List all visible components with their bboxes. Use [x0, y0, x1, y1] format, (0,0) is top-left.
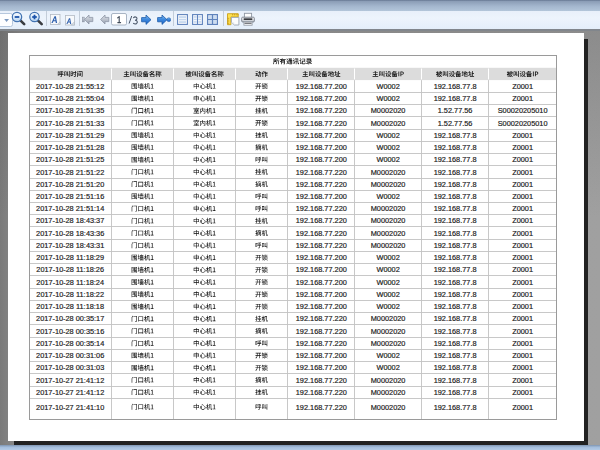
- svg-text:M0002020: M0002020: [371, 229, 406, 238]
- svg-text:192.168.77.8: 192.168.77.8: [434, 94, 477, 103]
- svg-text:192.168.77.200: 192.168.77.200: [296, 363, 347, 372]
- svg-text:2017-10-28 21:51:22: 2017-10-28 21:51:22: [36, 168, 104, 177]
- svg-text:M0002020: M0002020: [371, 327, 406, 336]
- svg-text:Z0001: Z0001: [512, 180, 533, 189]
- svg-text:W0002: W0002: [376, 94, 399, 103]
- svg-text:2017-10-27 21:41:12: 2017-10-27 21:41:12: [36, 388, 104, 397]
- svg-text:Z0001: Z0001: [512, 168, 533, 177]
- svg-text:W0002: W0002: [376, 278, 399, 287]
- svg-text:192.168.77.200: 192.168.77.200: [296, 82, 347, 91]
- svg-text:W0002: W0002: [376, 192, 399, 201]
- svg-text:192.168.77.200: 192.168.77.200: [296, 192, 347, 201]
- svg-text:2017-10-28 11:18:24: 2017-10-28 11:18:24: [36, 278, 104, 287]
- svg-text:192.168.77.8: 192.168.77.8: [434, 302, 477, 311]
- svg-text:2017-10-28 11:18:29: 2017-10-28 11:18:29: [36, 253, 104, 262]
- svg-text:M0002020: M0002020: [371, 168, 406, 177]
- svg-text:2017-10-28 21:51:33: 2017-10-28 21:51:33: [36, 119, 104, 128]
- svg-text:Z0001: Z0001: [512, 314, 533, 323]
- svg-text:2017-10-27 21:41:12: 2017-10-27 21:41:12: [36, 376, 104, 385]
- svg-text:192.168.77.8: 192.168.77.8: [434, 314, 477, 323]
- svg-text:192.168.77.200: 192.168.77.200: [296, 94, 347, 103]
- svg-text:M0002020: M0002020: [371, 388, 406, 397]
- svg-text:W0002: W0002: [376, 265, 399, 274]
- svg-text:192.168.77.8: 192.168.77.8: [434, 339, 477, 348]
- svg-text:W0002: W0002: [376, 253, 399, 262]
- svg-text:Z0001: Z0001: [512, 192, 533, 201]
- svg-text:M0002020: M0002020: [371, 180, 406, 189]
- svg-text:192.168.77.8: 192.168.77.8: [434, 403, 477, 412]
- svg-text:2017-10-28 11:18:18: 2017-10-28 11:18:18: [36, 302, 104, 311]
- svg-text:W0002: W0002: [376, 363, 399, 372]
- svg-text:192.168.77.8: 192.168.77.8: [434, 265, 477, 274]
- svg-text:192.168.77.8: 192.168.77.8: [434, 229, 477, 238]
- svg-text:192.168.77.220: 192.168.77.220: [296, 376, 347, 385]
- svg-text:2017-10-27 21:41:10: 2017-10-27 21:41:10: [36, 403, 104, 412]
- svg-text:192.168.77.8: 192.168.77.8: [434, 204, 477, 213]
- svg-text:Z0001: Z0001: [512, 363, 533, 372]
- svg-text:Z0001: Z0001: [512, 351, 533, 360]
- svg-text:192.168.77.200: 192.168.77.200: [296, 265, 347, 274]
- svg-text:192.168.77.220: 192.168.77.220: [296, 204, 347, 213]
- svg-text:192.168.77.8: 192.168.77.8: [434, 82, 477, 91]
- svg-text:192.168.77.220: 192.168.77.220: [296, 339, 347, 348]
- svg-text:192.168.77.220: 192.168.77.220: [296, 403, 347, 412]
- svg-text:W0002: W0002: [376, 351, 399, 360]
- svg-text:Z0001: Z0001: [512, 82, 533, 91]
- svg-text:2017-10-28 21:51:35: 2017-10-28 21:51:35: [36, 106, 104, 115]
- svg-text:2017-10-28 21:51:29: 2017-10-28 21:51:29: [36, 131, 104, 140]
- svg-text:192.168.77.220: 192.168.77.220: [296, 388, 347, 397]
- svg-text:2017-10-28 18:43:37: 2017-10-28 18:43:37: [36, 216, 104, 225]
- svg-text:Z0001: Z0001: [512, 253, 533, 262]
- svg-text:192.168.77.220: 192.168.77.220: [296, 327, 347, 336]
- svg-text:1.52.77.56: 1.52.77.56: [438, 119, 473, 128]
- svg-text:2017-10-28 21:51:28: 2017-10-28 21:51:28: [36, 143, 104, 152]
- svg-text:192.168.77.8: 192.168.77.8: [434, 131, 477, 140]
- svg-text:192.168.77.220: 192.168.77.220: [296, 168, 347, 177]
- svg-text:Z0001: Z0001: [512, 327, 533, 336]
- svg-text:W0002: W0002: [376, 82, 399, 91]
- svg-text:192.168.77.200: 192.168.77.200: [296, 351, 347, 360]
- svg-text:W0002: W0002: [376, 131, 399, 140]
- svg-text:2017-10-28 00:35:16: 2017-10-28 00:35:16: [36, 327, 104, 336]
- svg-text:2017-10-28 21:51:25: 2017-10-28 21:51:25: [36, 155, 104, 164]
- svg-text:192.168.77.8: 192.168.77.8: [434, 290, 477, 299]
- svg-text:2017-10-28 18:43:31: 2017-10-28 18:43:31: [36, 241, 104, 250]
- svg-text:S00020205010: S00020205010: [498, 106, 548, 115]
- svg-text:192.168.77.220: 192.168.77.220: [296, 180, 347, 189]
- svg-text:192.168.77.220: 192.168.77.220: [296, 314, 347, 323]
- svg-text:192.168.77.200: 192.168.77.200: [296, 155, 347, 164]
- svg-text:192.168.77.220: 192.168.77.220: [296, 229, 347, 238]
- svg-text:Z0001: Z0001: [512, 265, 533, 274]
- svg-text:Z0001: Z0001: [512, 278, 533, 287]
- svg-text:Z0001: Z0001: [512, 229, 533, 238]
- svg-text:2017-10-28 11:18:22: 2017-10-28 11:18:22: [36, 290, 104, 299]
- svg-text:192.168.77.200: 192.168.77.200: [296, 131, 347, 140]
- svg-text:2017-10-28 21:51:16: 2017-10-28 21:51:16: [36, 192, 104, 201]
- svg-text:Z0001: Z0001: [512, 131, 533, 140]
- svg-text:M0002020: M0002020: [371, 339, 406, 348]
- svg-text:192.168.77.8: 192.168.77.8: [434, 192, 477, 201]
- svg-text:Z0001: Z0001: [512, 376, 533, 385]
- svg-text:Z0001: Z0001: [512, 94, 533, 103]
- svg-text:M0002020: M0002020: [371, 216, 406, 225]
- svg-text:M0002020: M0002020: [371, 376, 406, 385]
- svg-text:192.168.77.8: 192.168.77.8: [434, 180, 477, 189]
- svg-text:192.168.77.8: 192.168.77.8: [434, 376, 477, 385]
- svg-text:Z0001: Z0001: [512, 216, 533, 225]
- svg-text:192.168.77.200: 192.168.77.200: [296, 290, 347, 299]
- svg-text:M0002020: M0002020: [371, 403, 406, 412]
- svg-text:192.168.77.220: 192.168.77.220: [296, 216, 347, 225]
- svg-text:192.168.77.8: 192.168.77.8: [434, 388, 477, 397]
- svg-text:192.168.77.220: 192.168.77.220: [296, 241, 347, 250]
- svg-text:192.168.77.8: 192.168.77.8: [434, 155, 477, 164]
- svg-text:M0002020: M0002020: [371, 106, 406, 115]
- svg-text:2017-10-28 18:43:36: 2017-10-28 18:43:36: [36, 229, 104, 238]
- svg-text:192.168.77.200: 192.168.77.200: [296, 302, 347, 311]
- svg-text:192.168.77.200: 192.168.77.200: [296, 253, 347, 262]
- svg-text:192.168.77.8: 192.168.77.8: [434, 363, 477, 372]
- svg-text:S00020205010: S00020205010: [498, 119, 548, 128]
- svg-text:2017-10-28 00:31:06: 2017-10-28 00:31:06: [36, 351, 104, 360]
- svg-text:2017-10-28 21:51:14: 2017-10-28 21:51:14: [36, 204, 104, 213]
- svg-text:192.168.77.8: 192.168.77.8: [434, 216, 477, 225]
- svg-text:Z0001: Z0001: [512, 388, 533, 397]
